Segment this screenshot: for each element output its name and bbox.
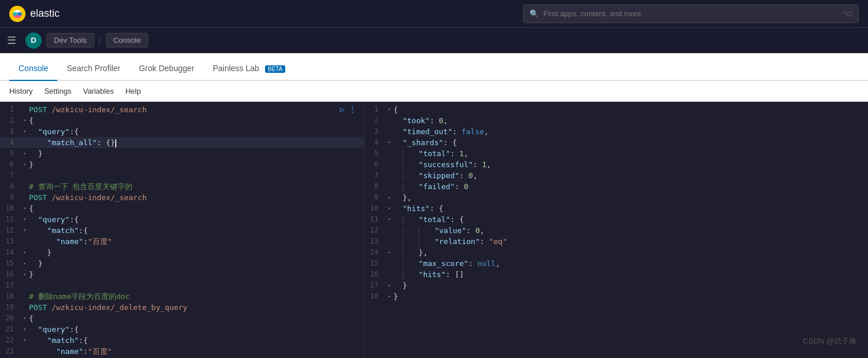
toolbar-help[interactable]: Help [126,87,141,95]
beta-badge: BETA [265,65,285,73]
editor-line-3: 3 ▾ "query":{ [0,126,364,137]
breadcrumb-console[interactable]: Console [106,33,149,47]
output-line-10: 10 ▾ "hits": { [365,203,868,214]
output-line-6: 6 "successful": 1, [365,159,868,170]
output-line-15: 15 "max_score": null, [365,258,868,269]
editor-line-8: 8 # 查询一下 包含百度关键字的 [0,181,364,192]
output-line-4: 4 ▾ "_shards": { [365,137,868,148]
output-line-11: 11 ▾ "total": { [365,214,868,225]
editor-line-7: 7 [0,170,364,181]
output-line-14: 14 ▸ }, [365,247,868,258]
editor-line-16: 16 ▸ } [0,269,364,280]
search-shortcut: ⌥/ [843,10,852,18]
search-icon: 🔍 [529,9,539,18]
toolbar: History Settings Variables Help [0,81,868,102]
toolbar-variables[interactable]: Variables [83,87,113,95]
editor-line-1: 1 POST /wzkicu-index/_search ▷ ⋮ [0,104,364,115]
editor-line-18: 18 # 删除name字段为百度的doc [0,291,364,302]
editor-line-14: 14 ▸ } [0,247,364,258]
editor-line-10: 10 ▾ { [0,203,364,214]
editor-line-9: 9 POST /wzkicu-index/_search [0,192,364,203]
editor-line-13: 13 "name":"百度" [0,236,364,247]
editor-line-12: 12 ▾ "match":{ [0,225,364,236]
output-pane: 1 ▾ { 2 "took": 0, 3 "timed_out": false,… [365,102,868,358]
output-line-8: 8 "failed": 0 [365,181,868,192]
line-actions: ▷ ⋮ [340,104,359,115]
editor-line-23: 23 "name":"百度" [0,346,364,357]
svg-point-3 [13,12,17,16]
output-line-18: 18 ▸ } [365,291,868,302]
editor-pane[interactable]: 1 POST /wzkicu-index/_search ▷ ⋮ 2 ▾ { 3… [0,102,365,358]
hamburger-menu[interactable]: ☰ [7,34,16,47]
toolbar-settings[interactable]: Settings [44,87,71,95]
output-line-1: 1 ▾ { [365,104,868,115]
top-bar-left: elastic [9,6,60,22]
global-search-input[interactable] [543,9,838,18]
editor-line-4: 4 "match_all": {} [0,137,364,148]
editor-line-5: 5 ▸ } [0,148,364,159]
elastic-logo-text: elastic [30,8,60,20]
elastic-logo: elastic [9,6,60,22]
tab-console[interactable]: Console [9,57,57,81]
output-line-7: 7 "skipped": 0, [365,170,868,181]
run-icon[interactable]: ▷ [340,104,345,115]
svg-point-4 [17,12,22,16]
editor-line-20: 20 ▾ { [0,313,364,324]
output-line-13: 13 "relation": "eq" [365,236,868,247]
editor-line-11: 11 ▾ "query":{ [0,214,364,225]
user-avatar[interactable]: D [25,32,42,49]
editor-code-lines: 1 POST /wzkicu-index/_search ▷ ⋮ 2 ▾ { 3… [0,102,364,358]
breadcrumb-separator: / [99,36,101,45]
main-area: 1 POST /wzkicu-index/_search ▷ ⋮ 2 ▾ { 3… [0,102,868,358]
editor-line-2: 2 ▾ { [0,115,364,126]
output-line-9: 9 ▸ }, [365,192,868,203]
elastic-logo-icon [9,6,25,22]
editor-line-15: 15 ▸ } [0,258,364,269]
output-line-3: 3 "timed_out": false, [365,126,868,137]
tab-painless-lab[interactable]: Painless Lab BETA [204,57,295,81]
output-line-12: 12 "value": 0, [365,225,868,236]
tabs-bar: Console Search Profiler Grok Debugger Pa… [0,53,868,81]
tab-search-profiler[interactable]: Search Profiler [57,57,130,81]
top-bar: elastic 🔍 ⌥/ [0,0,868,28]
editor-line-17: 17 [0,280,364,291]
breadcrumb-dev-tools[interactable]: Dev Tools [46,33,94,47]
output-line-17: 17 ▸ } [365,280,868,291]
editor-line-19: 19 POST /wzkicu-index/_delete_by_query [0,302,364,313]
nav-bar: ☰ D Dev Tools / Console [0,28,868,53]
output-line-5: 5 "total": 1, [365,148,868,159]
editor-line-21: 21 ▾ "query":{ [0,324,364,335]
toolbar-history[interactable]: History [9,87,32,95]
tab-grok-debugger[interactable]: Grok Debugger [130,57,204,81]
more-icon[interactable]: ⋮ [348,104,357,115]
output-code-lines: 1 ▾ { 2 "took": 0, 3 "timed_out": false,… [365,102,868,304]
editor-line-6: 6 ▸ } [0,159,364,170]
global-search-bar[interactable]: 🔍 ⌥/ [523,5,859,23]
output-line-16: 16 "hits": [] [365,269,868,280]
editor-line-22: 22 ▾ "match":{ [0,335,364,346]
output-line-2: 2 "took": 0, [365,115,868,126]
